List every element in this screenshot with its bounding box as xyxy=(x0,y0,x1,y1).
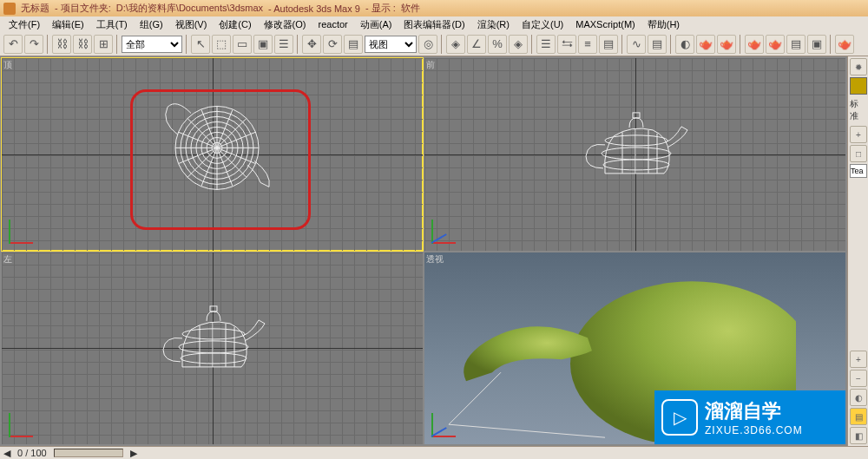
watermark-overlay: ▷ 溜溜自学 ZIXUE.3D66.COM xyxy=(654,390,845,444)
material-editor-button[interactable]: ◐ xyxy=(675,35,694,54)
watermark-text-1: 溜溜自学 xyxy=(705,398,803,424)
doc-title: 无标题 xyxy=(21,2,49,15)
project-label: - 项目文件夹: xyxy=(55,2,111,15)
select-region-button[interactable]: ⬚ xyxy=(212,35,231,54)
command-panel: ✹ 标准 + □ + − ◐ ▤ ◧ xyxy=(847,56,868,446)
display-label: - 显示 : xyxy=(365,2,396,15)
menu-create[interactable]: 创建(C) xyxy=(214,17,256,32)
menu-reactor[interactable]: reactor xyxy=(313,18,353,30)
panel-btn-3[interactable]: + xyxy=(850,351,867,368)
menu-maxscript[interactable]: MAXScript(M) xyxy=(570,18,640,30)
panel-btn-4[interactable]: − xyxy=(850,370,867,387)
toolbar-separator xyxy=(740,35,741,54)
scroll-right-icon[interactable]: ▶ xyxy=(130,448,137,459)
menu-animation[interactable]: 动画(A) xyxy=(355,17,398,32)
svg-point-18 xyxy=(603,160,669,170)
scroll-left-icon[interactable]: ◀ xyxy=(3,448,10,459)
align-button[interactable]: ≡ xyxy=(578,35,597,54)
project-path: D:\我的资料库\Documents\3dsmax xyxy=(116,2,263,15)
redo-button[interactable]: ↷ xyxy=(24,35,43,54)
spinner-snap-button[interactable]: ◈ xyxy=(509,35,528,54)
undo-button[interactable]: ↶ xyxy=(3,35,23,54)
menu-tools[interactable]: 工具(T) xyxy=(91,17,133,32)
named-sel-button[interactable]: ☰ xyxy=(536,35,556,54)
snap-toggle-button[interactable]: ◈ xyxy=(446,35,465,54)
panel-btn-7[interactable]: ◧ xyxy=(850,427,867,444)
toolbar-separator xyxy=(441,35,443,54)
menu-views[interactable]: 视图(V) xyxy=(170,17,213,32)
svg-point-20 xyxy=(182,329,245,339)
toolbar-separator xyxy=(531,35,533,54)
menu-graph[interactable]: 图表编辑器(D) xyxy=(398,17,470,32)
panel-btn-6[interactable]: ▤ xyxy=(850,408,867,425)
app-logo xyxy=(3,3,16,15)
selection-filter-dropdown[interactable]: 全部 xyxy=(122,36,182,53)
watermark-text-2: ZIXUE.3D66.COM xyxy=(705,424,803,436)
status-bar: ◀ 0 / 100 ▶ xyxy=(0,446,868,459)
percent-snap-button[interactable]: % xyxy=(488,35,507,54)
select-by-name-button[interactable]: ▣ xyxy=(253,35,273,54)
selection-lock-button[interactable]: ☰ xyxy=(274,35,293,54)
quick-render-button[interactable]: 🫖 xyxy=(745,35,764,54)
teapot-wireframe-top[interactable] xyxy=(143,91,282,206)
teapot-wireframe-front[interactable] xyxy=(570,106,700,194)
menu-edit[interactable]: 编辑(E) xyxy=(47,17,89,32)
svg-point-16 xyxy=(605,135,667,146)
schematic-view-button[interactable]: ▤ xyxy=(648,35,667,54)
ram-player-button[interactable]: ▤ xyxy=(786,35,806,54)
panel-btn-2[interactable]: □ xyxy=(850,145,867,162)
color-swatch[interactable] xyxy=(850,77,867,95)
time-slider[interactable] xyxy=(54,449,123,457)
menu-help[interactable]: 帮助(H) xyxy=(642,17,685,32)
render-scene-button[interactable]: 🫖 xyxy=(696,35,715,54)
menu-render[interactable]: 渲染(R) xyxy=(472,17,515,32)
move-button[interactable]: ✥ xyxy=(302,35,321,54)
viewport-label-left: 左 xyxy=(3,253,12,266)
link-button[interactable]: ⛓ xyxy=(52,35,71,54)
viewport-front[interactable]: 前 xyxy=(424,58,845,251)
menu-group[interactable]: 组(G) xyxy=(135,17,168,32)
angle-snap-button[interactable]: ∠ xyxy=(467,35,486,54)
teapot-wireframe-left[interactable] xyxy=(148,299,278,388)
menu-file[interactable]: 文件(F) xyxy=(3,17,45,32)
main-toolbar: ↶ ↷ ⛓ ⛓ ⊞ 全部 ↖ ⬚ ▭ ▣ ☰ ✥ ⟳ ▤ 视图 ◎ ◈ ∠ % … xyxy=(0,32,868,56)
panel-btn-5[interactable]: ◐ xyxy=(850,389,867,406)
object-name-input[interactable] xyxy=(850,164,867,178)
viewport-label-top: 顶 xyxy=(3,59,12,71)
layers-button[interactable]: ▤ xyxy=(599,35,618,54)
create-tab-button[interactable]: ✹ xyxy=(850,58,867,75)
render-last-button[interactable]: 🫖 xyxy=(766,35,785,54)
svg-point-17 xyxy=(602,148,671,160)
toolbar-separator xyxy=(297,35,299,54)
panel-btn-1[interactable]: + xyxy=(850,126,867,143)
render-button[interactable]: 🫖 xyxy=(717,35,736,54)
toolbar-separator xyxy=(47,35,49,54)
axis-gizmo-icon xyxy=(9,213,40,244)
bind-spacewarp-button[interactable]: ⊞ xyxy=(94,35,113,54)
rotate-button[interactable]: ⟳ xyxy=(323,35,342,54)
svg-rect-23 xyxy=(210,306,217,311)
unlink-button[interactable]: ⛓ xyxy=(73,35,92,54)
scale-button[interactable]: ▤ xyxy=(344,35,363,54)
svg-line-25 xyxy=(449,424,605,437)
ref-coord-dropdown[interactable]: 视图 xyxy=(365,36,417,53)
viewport-top[interactable]: 顶 xyxy=(2,58,423,251)
viewport-perspective[interactable]: 透视 ▷ 溜溜自学 xyxy=(424,252,845,445)
window-crossing-button[interactable]: ▭ xyxy=(233,35,252,54)
app-name: - Autodesk 3ds Max 9 xyxy=(268,3,360,14)
mirror-button[interactable]: ⮀ xyxy=(557,35,576,54)
grab-viewport-button[interactable]: ▣ xyxy=(807,35,826,54)
preset-label: 标准 xyxy=(850,96,866,124)
viewport-left[interactable]: 左 xyxy=(2,252,423,445)
svg-point-22 xyxy=(181,353,247,364)
use-pivot-button[interactable]: ◎ xyxy=(418,35,437,54)
select-object-button[interactable]: ↖ xyxy=(191,35,210,54)
viewport-label-persp: 透视 xyxy=(426,253,444,266)
svg-rect-19 xyxy=(633,113,640,118)
extra-btn-1[interactable]: 🫖 xyxy=(835,35,854,54)
viewport-label-front: 前 xyxy=(426,59,435,71)
curve-editor-button[interactable]: ∿ xyxy=(627,35,646,54)
menu-customize[interactable]: 自定义(U) xyxy=(516,17,569,32)
menu-bar: 文件(F) 编辑(E) 工具(T) 组(G) 视图(V) 创建(C) 修改器(O… xyxy=(0,16,868,32)
menu-modifiers[interactable]: 修改器(O) xyxy=(259,17,312,32)
